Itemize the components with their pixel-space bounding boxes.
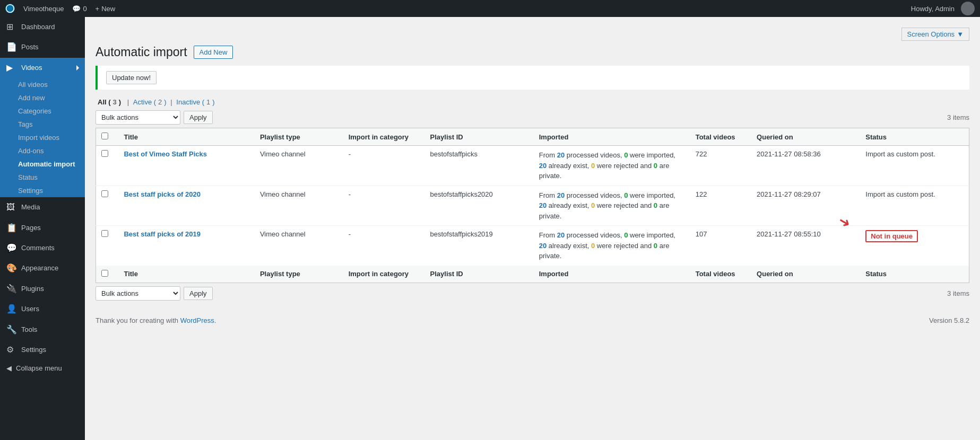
sidebar-item-addons[interactable]: Add-ons (0, 144, 85, 157)
col-header-playlist-id: Playlist ID (425, 128, 534, 146)
sidebar-item-tools[interactable]: 🔧 Tools (0, 320, 85, 340)
sidebar-item-dashboard[interactable]: ⊞ Dashboard (0, 17, 85, 37)
col-footer-title: Title (118, 266, 254, 283)
comments-menu-icon: 💬 (6, 242, 17, 254)
not-in-queue-badge: Not in queue (865, 230, 918, 242)
apply-button-top[interactable]: Apply (184, 111, 213, 124)
svg-point-0 (5, 4, 15, 13)
col-header-status: Status (860, 128, 969, 146)
collapse-menu-button[interactable]: ◀ Collapse menu (0, 360, 85, 376)
row-title-link-3[interactable]: Best staff picks of 2019 (124, 230, 201, 238)
row-title-link-1[interactable]: Best of Vimeo Staff Picks (124, 150, 207, 158)
col-header-total-videos: Total videos (690, 128, 751, 146)
row-status-2: Import as custom post. (860, 186, 969, 226)
col-footer-status: Status (860, 266, 969, 283)
row-checkbox-1[interactable] (101, 150, 108, 157)
table-row: Best staff picks of 2019 Vimeo channel -… (96, 226, 969, 266)
row-status-1: Import as custom post. (860, 146, 969, 186)
filter-links: All (3) | Active (2) | Inactive (1) (96, 98, 969, 106)
collapse-label: Collapse menu (16, 364, 62, 372)
col-footer-playlist-type: Playlist type (255, 266, 343, 283)
col-header-import-category: Import in category (343, 128, 425, 146)
col-footer-cb (96, 266, 119, 283)
filter-inactive[interactable]: Inactive (1) (176, 98, 214, 106)
footer-thanks: Thank you for creating with WordPress. (96, 316, 216, 324)
sidebar-item-automatic-import[interactable]: Automatic import (0, 157, 85, 171)
row-total-1: 722 (690, 146, 751, 186)
sidebar-item-add-new[interactable]: Add new (0, 91, 85, 104)
sidebar-appearance-label: Appearance (21, 263, 58, 273)
sidebar-item-import-videos[interactable]: Import videos (0, 131, 85, 144)
table-body: Best of Vimeo Staff Picks Vimeo channel … (96, 146, 969, 266)
new-content[interactable]: + New (96, 5, 116, 13)
sidebar-posts-label: Posts (21, 42, 39, 52)
row-title-1: Best of Vimeo Staff Picks (118, 146, 254, 186)
row-cb-2 (96, 186, 119, 226)
plus-icon: + (96, 5, 100, 13)
comment-icon: 💬 (72, 5, 81, 13)
sidebar-item-status[interactable]: Status (0, 171, 85, 184)
table-row: Best staff picks of 2020 Vimeo channel -… (96, 186, 969, 226)
sidebar-item-pages[interactable]: 📋 Pages (0, 218, 85, 238)
col-header-cb (96, 128, 119, 146)
row-checkbox-3[interactable] (101, 230, 108, 237)
sidebar-item-categories[interactable]: Categories (0, 104, 85, 118)
select-all-checkbox-top[interactable] (101, 133, 108, 139)
site-name[interactable]: Vimeotheque (23, 5, 64, 13)
row-total-2: 122 (690, 186, 751, 226)
bulk-actions-select-bottom[interactable]: Bulk actions (96, 286, 180, 301)
row-title-link-2[interactable]: Best staff picks of 2020 (124, 190, 201, 198)
row-imported-2: From 20 processed videos, 0 were importe… (534, 186, 690, 226)
screen-options-button[interactable]: Screen Options ▼ (901, 28, 969, 41)
bulk-actions-select-top[interactable]: Bulk actions (96, 110, 180, 125)
table-row: Best of Vimeo Staff Picks Vimeo channel … (96, 146, 969, 186)
sidebar-item-comments[interactable]: 💬 Comments (0, 238, 85, 258)
apply-button-bottom[interactable]: Apply (184, 287, 213, 300)
comments-count: 0 (83, 5, 86, 13)
comments-link[interactable]: 💬 0 (72, 5, 86, 13)
sidebar-media-label: Media (21, 203, 40, 212)
sidebar-item-settings-main[interactable]: ⚙ Settings (0, 340, 85, 360)
screen-options-bar: Screen Options ▼ (96, 28, 969, 41)
sidebar: ⊞ Dashboard 📄 Posts ▶ Videos All videos … (0, 17, 85, 440)
row-import-cat-2: - (343, 186, 425, 226)
row-checkbox-2[interactable] (101, 190, 108, 197)
admin-avatar[interactable] (961, 2, 975, 15)
update-notice: Update now! (96, 66, 969, 90)
sidebar-pages-label: Pages (21, 223, 41, 233)
sidebar-dashboard-label: Dashboard (21, 22, 55, 32)
filter-all[interactable]: All (3) (98, 98, 121, 106)
sidebar-item-media[interactable]: 🖼 Media (0, 197, 85, 217)
row-import-cat-1: - (343, 146, 425, 186)
sidebar-item-users[interactable]: 👤 Users (0, 299, 85, 319)
sidebar-item-plugins[interactable]: 🔌 Plugins (0, 279, 85, 299)
sidebar-item-posts[interactable]: 📄 Posts (0, 37, 85, 57)
row-imported-3: From 20 processed videos, 0 were importe… (534, 226, 690, 266)
footer-wp-link[interactable]: WordPress. (180, 316, 216, 324)
row-playlist-id-3: bestofstaffpicks2019 (425, 226, 534, 266)
row-playlist-type-1: Vimeo channel (255, 146, 343, 186)
row-playlist-type-3: Vimeo channel (255, 226, 343, 266)
row-total-3: 107 (690, 226, 751, 266)
sidebar-item-appearance[interactable]: 🎨 Appearance (0, 258, 85, 278)
sidebar-item-settings[interactable]: Settings (0, 184, 85, 197)
sidebar-settings-label: Settings (21, 345, 46, 355)
sidebar-plugins-label: Plugins (21, 284, 44, 294)
select-all-checkbox-bottom[interactable] (101, 270, 108, 277)
page-footer: Thank you for creating with WordPress. V… (96, 311, 969, 330)
tablenav-top: Bulk actions Apply 3 items (96, 110, 969, 125)
pages-icon: 📋 (6, 222, 17, 234)
filter-active[interactable]: Active (2) (133, 98, 167, 106)
sidebar-item-tags[interactable]: Tags (0, 118, 85, 131)
wp-logo[interactable] (5, 4, 15, 13)
sidebar-item-all-videos[interactable]: All videos (0, 78, 85, 91)
update-now-button[interactable]: Update now! (106, 71, 157, 84)
tablenav-bottom: Bulk actions Apply 3 items (96, 286, 969, 301)
add-new-button[interactable]: Add New (194, 46, 233, 59)
videos-icon: ▶ (6, 62, 17, 74)
row-title-3: Best staff picks of 2019 (118, 226, 254, 266)
posts-icon: 📄 (6, 41, 17, 53)
screen-options-label: Screen Options (907, 30, 955, 38)
media-icon: 🖼 (6, 201, 17, 213)
sidebar-item-videos[interactable]: ▶ Videos (0, 58, 85, 78)
